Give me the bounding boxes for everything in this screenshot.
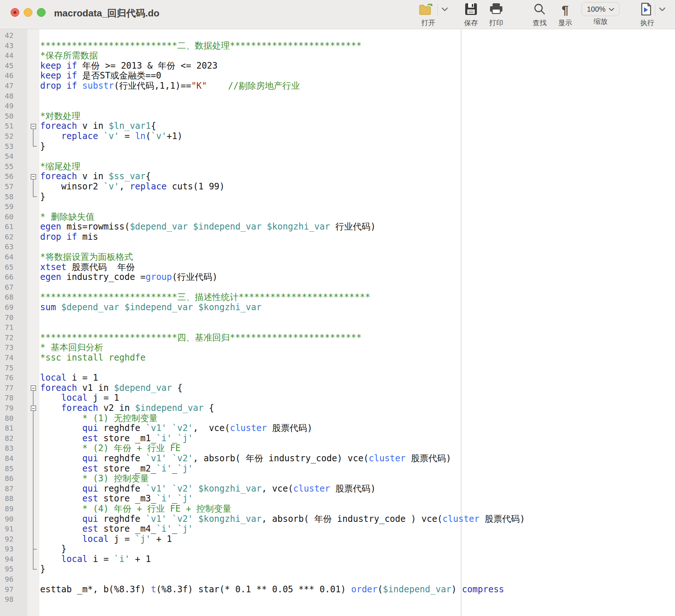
code-text (39, 313, 40, 323)
fold-toggle-icon[interactable] (27, 383, 39, 393)
fold-marker (27, 514, 39, 524)
line-number: 50 (0, 111, 27, 122)
run-button-group[interactable]: 执行 (634, 2, 672, 28)
fold-marker (27, 353, 39, 363)
save-button-label: 保存 (459, 18, 483, 28)
code-editor[interactable]: 4243**************************二、数据处理****… (0, 29, 675, 616)
code-line: 97esttab _m*, b(%8.3f) t(%8.3f) star(* 0… (0, 585, 675, 595)
zoom-value: 100% (587, 5, 605, 14)
code-line: 64*将数据设置为面板格式 (0, 252, 675, 262)
line-number: 94 (0, 554, 27, 565)
open-button-group[interactable]: 打开 (412, 2, 455, 28)
code-line: 52 replace `v' = ln(`v'+1) (0, 131, 675, 142)
code-line: 76local i = 1 (0, 373, 675, 383)
code-text: *将数据设置为面板格式 (39, 252, 133, 262)
fold-toggle-icon[interactable] (27, 172, 39, 182)
code-text: **************************三、描述性统计*******… (39, 292, 370, 303)
run-do-icon[interactable] (641, 3, 652, 17)
line-number: 93 (0, 544, 27, 554)
line-number: 64 (0, 252, 27, 262)
close-window-button[interactable] (11, 8, 19, 17)
code-line: 81 qui reghdfe `v1' `v2', vce(cluster 股票… (0, 423, 675, 434)
code-line: 59 (0, 202, 675, 212)
fold-marker (27, 142, 39, 152)
print-button[interactable]: 打印 (484, 2, 509, 28)
code-line: 95} (0, 564, 675, 574)
fold-marker (27, 423, 39, 434)
code-text: est store _m3_`i'_`j' (39, 494, 193, 504)
code-line: 80 * (1) 无控制变量 (0, 413, 675, 424)
fold-toggle-icon[interactable] (27, 121, 39, 131)
fold-marker (27, 272, 39, 282)
code-text: foreach v2 in $independ_var { (39, 403, 214, 413)
show-invisibles-button[interactable]: ¶ 显示 (553, 2, 578, 28)
line-number: 61 (0, 222, 27, 232)
fold-marker (27, 494, 39, 504)
line-number: 53 (0, 142, 27, 152)
zoom-control-group: 100% 缩放 (582, 2, 620, 26)
save-button[interactable]: 保存 (459, 2, 483, 28)
code-line: 53} (0, 142, 675, 152)
code-text: } (39, 564, 45, 574)
minimize-window-button[interactable] (24, 8, 32, 17)
run-button-divider (655, 4, 655, 16)
fold-marker (27, 101, 39, 111)
line-number: 81 (0, 423, 27, 434)
code-text: egen mis=rowmiss($depend_var $independ_v… (39, 222, 376, 232)
code-text: } (39, 192, 45, 202)
code-text: foreach v in $ss_var{ (39, 172, 151, 182)
open-dropdown-chevron-icon[interactable] (441, 7, 448, 13)
zoom-window-button[interactable] (37, 8, 46, 17)
fold-marker (27, 554, 39, 565)
line-number: 54 (0, 151, 27, 162)
code-line: 67 (0, 282, 675, 293)
fold-marker (27, 61, 39, 71)
fold-marker (27, 131, 39, 142)
zoom-dropdown[interactable]: 100% (582, 2, 620, 16)
code-line: 61egen mis=rowmiss($depend_var $independ… (0, 222, 675, 232)
line-number: 96 (0, 574, 27, 585)
find-button[interactable]: 查找 (527, 2, 552, 28)
fold-marker (27, 454, 39, 464)
code-line: 79 foreach v2 in $independ_var { (0, 403, 675, 413)
titlebar: macrodata_回归代码.do 打开 (0, 0, 675, 29)
fold-marker (27, 192, 39, 202)
line-number: 82 (0, 434, 27, 444)
line-number: 79 (0, 403, 27, 413)
code-line: 49 (0, 101, 675, 111)
fold-toggle-icon[interactable] (27, 403, 39, 413)
fold-marker (27, 202, 39, 212)
code-text (39, 91, 40, 101)
fold-marker (27, 232, 39, 242)
line-number: 66 (0, 272, 27, 282)
line-number: 49 (0, 101, 27, 111)
code-text: drop if mis (39, 232, 98, 242)
code-text: local j = `j' + 1 (39, 534, 172, 544)
run-dropdown-chevron-icon[interactable] (659, 7, 666, 13)
code-line: 82 est store _m1_`i'_`j' (0, 434, 675, 444)
line-number: 75 (0, 363, 27, 373)
code-text: qui reghdfe `v1' `v2' $kongzhi_var, abso… (39, 514, 525, 524)
folder-open-icon[interactable] (418, 3, 434, 17)
fold-marker (27, 443, 39, 454)
code-text: *保存所需数据 (39, 51, 98, 61)
code-text (39, 202, 40, 212)
line-number: 46 (0, 71, 27, 81)
line-number: 51 (0, 121, 27, 131)
fold-marker (27, 91, 39, 101)
fold-marker (27, 182, 39, 192)
code-line: 92 local j = `j' + 1 (0, 534, 675, 544)
code-text: *对数处理 (39, 111, 80, 122)
code-line: 91 est store _m4_`i'_`j' (0, 524, 675, 534)
line-number: 90 (0, 514, 27, 524)
code-line: 50*对数处理 (0, 111, 675, 122)
line-number: 52 (0, 131, 27, 142)
line-number: 88 (0, 494, 27, 504)
code-line: 60* 删除缺失值 (0, 212, 675, 222)
line-number: 57 (0, 182, 27, 192)
code-line: 55*缩尾处理 (0, 162, 675, 172)
fold-marker (27, 393, 39, 403)
code-line: 57 winsor2 `v', replace cuts(1 99) (0, 182, 675, 192)
line-number: 63 (0, 242, 27, 252)
magnifier-search-icon (533, 3, 546, 17)
